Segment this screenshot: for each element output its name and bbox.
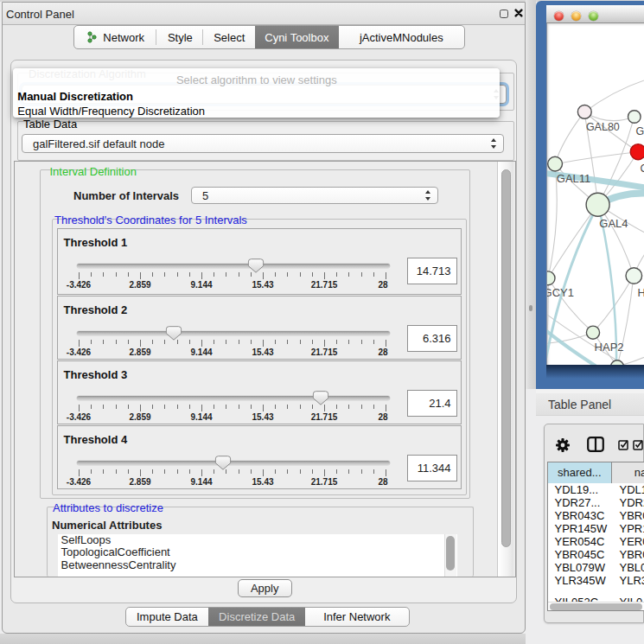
threshold-value-field[interactable]: 11.344 xyxy=(407,455,457,481)
table-row[interactable]: YLR345WYLR3 xyxy=(548,574,644,587)
network-node[interactable] xyxy=(547,271,555,285)
network-window-titlebar[interactable] xyxy=(546,5,644,23)
dropdown-item-manual-discretization[interactable]: Manual Discretization xyxy=(16,89,497,105)
network-node[interactable] xyxy=(577,105,591,119)
slider-tick xyxy=(263,340,264,347)
slider-tick-label: 15.43 xyxy=(252,477,273,487)
slider-tick xyxy=(287,469,288,474)
threshold-value-field[interactable]: 6.316 xyxy=(407,325,457,352)
slider-tick xyxy=(91,340,92,344)
tab-select[interactable]: Select xyxy=(203,26,255,48)
panel-grip-icon[interactable] xyxy=(529,305,532,311)
network-edge[interactable] xyxy=(584,80,644,112)
table-row[interactable]: YER054CYER0 xyxy=(548,535,644,548)
slider-tick-label: 28 xyxy=(378,412,387,422)
network-edge[interactable] xyxy=(548,205,598,278)
float-window-icon[interactable] xyxy=(500,10,508,18)
slider-tick xyxy=(214,272,214,277)
network-node-label: GAL11 xyxy=(557,172,590,185)
minimize-traffic-light[interactable] xyxy=(571,11,581,21)
network-edge[interactable] xyxy=(548,164,557,278)
dropdown-item-equal-width[interactable]: Equal Width/Frequency Discretization xyxy=(16,104,497,119)
table-row[interactable]: YDR27...YDR2 xyxy=(548,496,644,509)
network-node[interactable] xyxy=(586,326,599,339)
attribute-list-item[interactable]: TopologicalCoefficient xyxy=(58,546,457,559)
slider-track[interactable] xyxy=(77,331,390,335)
bottom-tab-discretize-data[interactable]: Discretize Data xyxy=(208,608,305,626)
slider-track[interactable] xyxy=(77,461,390,465)
control-panel-titlebar[interactable]: Control Panel xyxy=(3,3,525,25)
slider-tick-label: 21.715 xyxy=(311,412,338,422)
slider-tick xyxy=(300,340,301,344)
slider-tick-label: 9.144 xyxy=(190,412,212,422)
slider-tick xyxy=(226,272,226,277)
slider-thumb[interactable] xyxy=(247,258,264,273)
table-data-combobox[interactable]: galFiltered.sif default node xyxy=(22,134,504,153)
tab-jactivemnodules[interactable]: jActiveMNodules xyxy=(339,26,464,48)
tab-cyni-toolbox[interactable]: Cyni Toolbox xyxy=(255,26,339,48)
checkbox-checked-icon[interactable] xyxy=(618,439,629,450)
table-row[interactable]: YBL079WYBL0 xyxy=(548,561,644,574)
bottom-tab-impute-data[interactable]: Impute Data xyxy=(126,608,209,626)
slider-tick-label: -3.426 xyxy=(67,477,91,487)
network-node[interactable] xyxy=(548,156,563,171)
slider-tick-label: 9.144 xyxy=(190,348,212,357)
number-of-intervals-combobox[interactable]: 5 xyxy=(191,187,438,204)
slider-thumb[interactable] xyxy=(214,456,231,470)
column-header-shared-name[interactable]: shared... xyxy=(548,462,613,483)
slider-tick-label: 21.715 xyxy=(311,477,338,487)
slider-tick xyxy=(140,405,141,411)
table-row[interactable]: YBR043CYBR0 xyxy=(548,509,644,522)
slider-tick xyxy=(140,272,141,279)
slider-thumb[interactable] xyxy=(166,326,182,341)
network-node[interactable] xyxy=(628,111,641,124)
checkbox-checked-icon[interactable] xyxy=(633,439,644,450)
slider-tick-label: 2.859 xyxy=(129,348,150,357)
algorithm-dropdown-popup: Select algorithm to view settings Manual… xyxy=(13,68,500,118)
close-icon[interactable] xyxy=(514,9,525,19)
tab-network[interactable]: Network xyxy=(74,26,156,48)
table-hscrollbar-thumb[interactable] xyxy=(550,603,642,610)
slider-tick xyxy=(116,469,117,474)
close-traffic-light[interactable] xyxy=(554,11,564,21)
slider-tick-label: 15.43 xyxy=(252,412,273,422)
apply-button[interactable]: Apply xyxy=(238,579,292,597)
table-row[interactable]: YDL19...YDL1 xyxy=(548,483,644,496)
slider-track[interactable] xyxy=(77,264,390,268)
slider-tick xyxy=(275,405,276,409)
cell-name: YER0 xyxy=(620,535,644,548)
slider-tick-label: 21.715 xyxy=(311,348,338,357)
table-row[interactable]: YPR145WYPR1 xyxy=(548,522,644,535)
network-node[interactable] xyxy=(626,268,642,284)
slider-tick xyxy=(287,340,288,344)
column-header-name[interactable]: na xyxy=(612,462,644,483)
network-node[interactable] xyxy=(586,193,609,216)
attribute-list-item[interactable]: BetweennessCentrality xyxy=(58,559,457,572)
table-panel-titlebar[interactable]: Table Panel xyxy=(536,393,644,416)
network-edge[interactable] xyxy=(555,152,638,164)
numerical-attributes-list[interactable]: SelfLoopsTopologicalCoefficientBetweenne… xyxy=(58,534,457,577)
zoom-traffic-light[interactable] xyxy=(589,11,598,21)
slider-tick-label: 28 xyxy=(378,477,387,487)
column-selector-icon[interactable] xyxy=(587,437,604,452)
settings-scrollbar-thumb[interactable] xyxy=(501,169,512,547)
slider-tick xyxy=(128,272,129,277)
slider-thumb[interactable] xyxy=(313,391,329,405)
threshold-value-field[interactable]: 21.4 xyxy=(407,390,457,417)
slider-tick xyxy=(275,272,276,277)
tab-style[interactable]: Style xyxy=(156,26,203,48)
network-canvas[interactable]: GAL80G.CGAL11GAL4GCY1HHAP2 xyxy=(546,23,644,365)
attribute-list-item[interactable]: SelfLoops xyxy=(58,534,457,547)
slider-tick xyxy=(361,405,362,409)
slider-tick xyxy=(177,272,178,277)
table-hscrollbar[interactable] xyxy=(548,602,644,611)
attributes-list-scrollbar-thumb[interactable] xyxy=(446,536,455,571)
slider-track[interactable] xyxy=(77,396,390,400)
gear-icon[interactable] xyxy=(555,437,571,453)
network-node[interactable] xyxy=(630,144,644,160)
slider-tick xyxy=(312,469,313,474)
table-row[interactable]: YBR045CYBR0 xyxy=(548,548,644,561)
network-edge[interactable] xyxy=(555,112,584,164)
threshold-value-field[interactable]: 14.713 xyxy=(407,258,457,284)
bottom-tab-infer-network[interactable]: Infer Network xyxy=(305,608,408,626)
